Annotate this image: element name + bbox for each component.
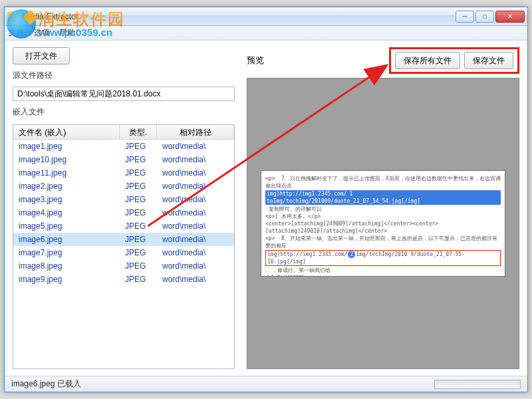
cell-type: JPEG <box>120 208 157 217</box>
table-row[interactable]: image5.jpegJPEGword\media\ <box>13 219 234 233</box>
cell-path: word\media\ <box>157 155 234 164</box>
minimize-button[interactable]: ─ <box>456 11 474 23</box>
cell-path: word\media\ <box>157 235 234 244</box>
menu-options[interactable]: 选项 <box>34 27 50 39</box>
cell-path: word\media\ <box>157 221 234 231</box>
source-path-label: 源文件路径 <box>13 70 235 81</box>
cell-type: JPEG <box>120 182 157 191</box>
col-header-name[interactable]: 文件名 (嵌入) <box>13 125 120 139</box>
right-pane: 预览 保存所有文件 保存文件 <p> 7、只住拖拽解时变下了，提示已上传图面，X… <box>241 41 527 376</box>
cell-name: image2.jpeg <box>13 182 120 191</box>
window-title: Media-Extractor <box>22 12 456 21</box>
menubar: 文件 选项 帮助 <box>5 26 527 41</box>
table-row[interactable]: image6.jpegJPEGword\media\ <box>13 233 234 246</box>
menu-file[interactable]: 文件 <box>9 27 25 39</box>
titlebar[interactable]: Media-Extractor ─ □ ✕ <box>5 7 527 26</box>
cell-path: word\media\ <box>157 208 234 217</box>
cell-name: image8.jpeg <box>13 261 120 271</box>
cell-type: JPEG <box>120 248 157 257</box>
file-list: 文件名 (嵌入) 类型. 相对路径 image1.jpegJPEGword\me… <box>13 124 235 369</box>
open-file-button[interactable]: 打开文件 <box>13 47 70 65</box>
table-row[interactable]: image4.jpegJPEGword\media\ <box>13 206 234 219</box>
cell-path: word\media\ <box>157 248 234 257</box>
cell-path: word\media\ <box>157 275 234 284</box>
cell-path: word\media\ <box>157 142 234 151</box>
cell-name: image4.jpeg <box>13 208 120 217</box>
cell-name: image7.jpeg <box>13 248 120 257</box>
cell-name: image11.jpeg <box>13 168 120 178</box>
table-row[interactable]: image1.jpegJPEGword\media\ <box>13 140 234 153</box>
main-window: Media-Extractor ─ □ ✕ 文件 选项 帮助 打开文件 源文件路… <box>4 7 528 392</box>
left-pane: 打开文件 源文件路径 嵌入文件 文件名 (嵌入) 类型. 相对路径 image1… <box>5 41 241 376</box>
close-button[interactable]: ✕ <box>495 11 525 23</box>
table-row[interactable]: image8.jpegJPEGword\media\ <box>13 259 234 273</box>
cell-type: JPEG <box>120 142 157 151</box>
status-text: image6.jpeg 已载入 <box>11 378 81 390</box>
file-list-body[interactable]: image1.jpegJPEGword\media\image10.jpegJP… <box>13 140 234 368</box>
cell-type: JPEG <box>120 235 157 244</box>
highlight-box: 保存所有文件 保存文件 <box>389 47 519 74</box>
cell-type: JPEG <box>120 261 157 271</box>
cell-name: image5.jpeg <box>13 221 120 231</box>
cell-name: image10.jpeg <box>13 155 120 164</box>
progress-bar <box>434 380 521 389</box>
cell-type: JPEG <box>120 221 157 231</box>
table-row[interactable]: image9.jpegJPEGword\media\ <box>13 273 234 286</box>
preview-label: 预览 <box>247 55 384 66</box>
table-row[interactable]: image7.jpegJPEGword\media\ <box>13 246 234 259</box>
cell-type: JPEG <box>120 168 157 178</box>
embed-files-label: 嵌入文件 <box>13 106 235 118</box>
table-row[interactable]: image10.jpegJPEGword\media\ <box>13 153 234 166</box>
preview-area: <p> 7、只住拖拽解时变下了，提示已上传图面，X后面，你使用右边数据生中要找出… <box>247 78 519 369</box>
col-header-path[interactable]: 相对路径 <box>157 125 234 139</box>
cell-path: word\media\ <box>157 261 234 271</box>
table-row[interactable]: image2.jpegJPEGword\media\ <box>13 180 234 193</box>
save-button[interactable]: 保存文件 <box>464 52 513 69</box>
menu-help[interactable]: 帮助 <box>59 27 75 39</box>
cell-path: word\media\ <box>157 195 234 204</box>
preview-image: <p> 7、只住拖拽解时变下了，提示已上传图面，X后面，你使用右边数据生中要找出… <box>261 170 505 277</box>
cell-name: image6.jpeg <box>13 235 120 244</box>
source-path-input[interactable] <box>13 86 235 101</box>
file-list-header: 文件名 (嵌入) 类型. 相对路径 <box>13 125 234 140</box>
statusbar: image6.jpeg 已载入 <box>5 376 527 392</box>
cell-name: image1.jpeg <box>13 142 120 151</box>
cell-name: image3.jpeg <box>13 195 120 204</box>
app-icon <box>7 11 18 22</box>
col-header-type[interactable]: 类型. <box>120 125 157 139</box>
cell-path: word\media\ <box>157 182 234 191</box>
table-row[interactable]: image3.jpegJPEGword\media\ <box>13 193 234 206</box>
table-row[interactable]: image11.jpegJPEGword\media\ <box>13 166 234 180</box>
cell-path: word\media\ <box>157 168 234 178</box>
cell-type: JPEG <box>120 275 157 284</box>
save-all-button[interactable]: 保存所有文件 <box>395 52 460 69</box>
cell-type: JPEG <box>120 155 157 164</box>
cell-type: JPEG <box>120 195 157 204</box>
cell-name: image9.jpeg <box>13 275 120 284</box>
maximize-button[interactable]: □ <box>475 11 494 23</box>
